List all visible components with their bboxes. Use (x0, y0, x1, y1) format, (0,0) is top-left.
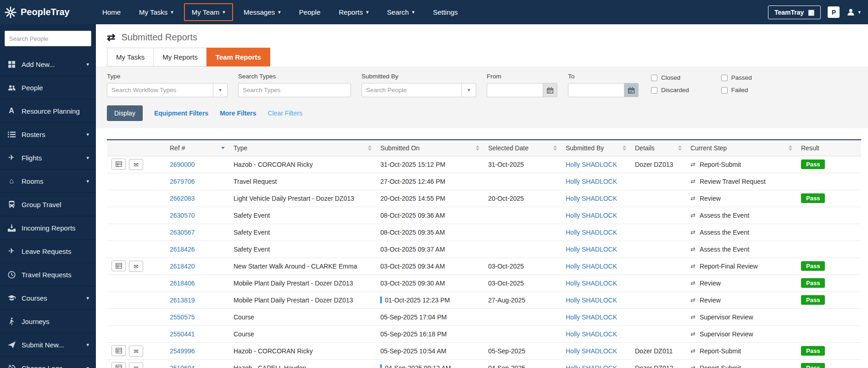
from-date-calendar-button[interactable] (543, 83, 557, 97)
to-date-calendar-button[interactable] (624, 83, 639, 97)
sidebar-item-submit-new[interactable]: Submit New...▾ (0, 333, 96, 357)
submitted-by-link[interactable]: Holly SHADLOCK (566, 229, 617, 236)
sidebar-item-change-logs[interactable]: Change Logs▾ (0, 357, 96, 368)
ref-link[interactable]: 2618420 (170, 263, 195, 270)
tab-my-tasks[interactable]: My Tasks (107, 48, 153, 66)
topnav-item-my-team[interactable]: My Team▾ (184, 3, 233, 21)
ref-link[interactable]: 2679706 (170, 178, 195, 185)
ref-link[interactable]: 2618406 (170, 280, 195, 287)
column-header-ref[interactable]: Ref # (165, 140, 229, 156)
ref-cell: 2630567 (165, 224, 229, 241)
workflow-type-input[interactable] (107, 83, 213, 97)
column-header-details[interactable]: Details (630, 140, 686, 156)
tab-my-reports[interactable]: My Reports (153, 48, 206, 66)
current-step-label: Report-Submit (700, 364, 741, 368)
search-types-input[interactable] (238, 83, 351, 97)
ref-cell: 2690000 (165, 156, 229, 173)
sidebar-item-travel-requests[interactable]: Travel Requests (0, 263, 96, 286)
sidebar-search-input[interactable] (5, 31, 91, 46)
submitted-by-link[interactable]: Holly SHADLOCK (566, 297, 617, 304)
column-header-submitted-on[interactable]: Submitted On (376, 140, 484, 156)
topnav-item-home[interactable]: Home (95, 3, 128, 21)
sidebar-item-people[interactable]: People (0, 76, 96, 99)
checkbox-closed[interactable]: Closed (651, 74, 689, 81)
ref-link[interactable]: 2549996 (170, 347, 195, 355)
view-report-button[interactable] (111, 362, 126, 368)
submitted-by-link[interactable]: Holly SHADLOCK (566, 330, 617, 338)
main-content: ⇄ Submitted Reports My TasksMy ReportsTe… (96, 24, 868, 368)
submitted-by-cell: Holly SHADLOCK (561, 342, 630, 359)
ref-link[interactable]: 2662083 (170, 195, 195, 202)
email-report-button[interactable]: ✉ (129, 346, 143, 357)
sort-icon (623, 145, 626, 151)
submitted-by-link[interactable]: Holly SHADLOCK (566, 313, 617, 321)
topnav-item-my-tasks[interactable]: My Tasks▾ (131, 3, 181, 21)
submitted-by-input[interactable] (362, 83, 462, 97)
ref-link[interactable]: 2550575 (170, 313, 195, 321)
checkbox-passed[interactable]: Passed (721, 74, 752, 81)
submitted-by-link[interactable]: Holly SHADLOCK (566, 195, 617, 202)
submitted-by-link[interactable]: Holly SHADLOCK (566, 280, 617, 287)
sidebar-item-group-travel[interactable]: Group Travel (0, 193, 96, 216)
from-date-input[interactable] (487, 83, 543, 97)
checkbox-failed[interactable]: Failed (721, 87, 752, 93)
topnav-item-people[interactable]: People (291, 3, 328, 21)
checkbox-discarded[interactable]: Discarded (651, 87, 689, 93)
teamtray-button[interactable]: TeamTray ▦ (768, 5, 821, 19)
actions-cell (107, 241, 165, 258)
view-report-button[interactable] (111, 159, 126, 170)
submitted-by-link[interactable]: Holly SHADLOCK (566, 263, 617, 270)
sidebar-item-rosters[interactable]: Rosters▾ (0, 123, 96, 146)
to-date-input[interactable] (568, 83, 624, 97)
display-button[interactable]: Display (107, 105, 143, 121)
sidebar-item-rooms[interactable]: ⌂Rooms▾ (0, 170, 96, 193)
topnav-item-reports[interactable]: Reports▾ (331, 3, 377, 21)
ref-link[interactable]: 2630567 (170, 229, 195, 236)
ref-link[interactable]: 2613819 (170, 297, 195, 304)
submitted-by-link[interactable]: Holly SHADLOCK (566, 246, 617, 253)
sidebar-item-resource-planning[interactable]: AResource Planning (0, 99, 96, 123)
ref-link[interactable]: 2510694 (170, 364, 195, 368)
submitted-by-dropdown-button[interactable]: ▾ (462, 83, 476, 97)
ref-link[interactable]: 2690000 (170, 161, 195, 168)
user-menu[interactable]: ▾ (846, 8, 861, 16)
column-header-submitted-by[interactable]: Submitted By (561, 140, 630, 156)
sidebar-item-journeys[interactable]: Journeys (0, 310, 96, 333)
inbox-icon (7, 224, 16, 232)
brand[interactable]: PeopleTray (5, 6, 95, 18)
equipment-filters-link[interactable]: Equipment Filters (154, 110, 208, 117)
submitted-on-cell: 04-Sep-2025 09:12 AM (376, 359, 484, 368)
sidebar-item-add-new[interactable]: Add New...▾ (0, 53, 96, 76)
ref-link[interactable]: 2630570 (170, 212, 195, 219)
sidebar-item-flights[interactable]: ✈Flights▾ (0, 146, 96, 170)
column-header-selected-date[interactable]: Selected Date (484, 140, 561, 156)
clear-filters-link[interactable]: Clear Filters (268, 110, 302, 117)
ref-link[interactable]: 2618426 (170, 246, 195, 253)
more-filters-link[interactable]: More Filters (220, 110, 256, 117)
ref-link[interactable]: 2550441 (170, 330, 195, 338)
current-step-cell: ⇄Review Travel Request (686, 173, 796, 190)
submitted-by-link[interactable]: Holly SHADLOCK (566, 364, 617, 368)
topnav-item-messages[interactable]: Messages▾ (236, 3, 289, 21)
profile-initial-badge[interactable]: P (828, 6, 840, 18)
workflow-type-dropdown-button[interactable]: ▾ (213, 83, 228, 97)
view-report-button[interactable] (111, 260, 126, 271)
view-report-button[interactable] (111, 345, 126, 356)
ref-cell: 2618406 (165, 275, 229, 291)
current-step-cell: ⇄Report-Submit (686, 359, 796, 368)
submitted-by-link[interactable]: Holly SHADLOCK (566, 161, 617, 168)
sidebar-item-leave-requests[interactable]: ✈Leave Requests (0, 240, 96, 263)
submitted-by-link[interactable]: Holly SHADLOCK (566, 347, 617, 355)
topnav-item-settings[interactable]: Settings (425, 3, 466, 21)
sidebar-item-incoming-reports[interactable]: Incoming Reports (0, 216, 96, 240)
sidebar-item-courses[interactable]: Courses▾ (0, 286, 96, 310)
email-report-button[interactable]: ✉ (129, 363, 143, 368)
column-header-type[interactable]: Type (229, 140, 376, 156)
submitted-by-link[interactable]: Holly SHADLOCK (566, 212, 617, 219)
column-header-current-step[interactable]: Current Step (686, 140, 796, 156)
topnav-item-search[interactable]: Search▾ (379, 3, 423, 21)
email-report-button[interactable]: ✉ (129, 159, 143, 170)
submitted-by-link[interactable]: Holly SHADLOCK (566, 178, 617, 185)
email-report-button[interactable]: ✉ (129, 261, 143, 272)
tab-team-reports[interactable]: Team Reports (206, 48, 270, 66)
